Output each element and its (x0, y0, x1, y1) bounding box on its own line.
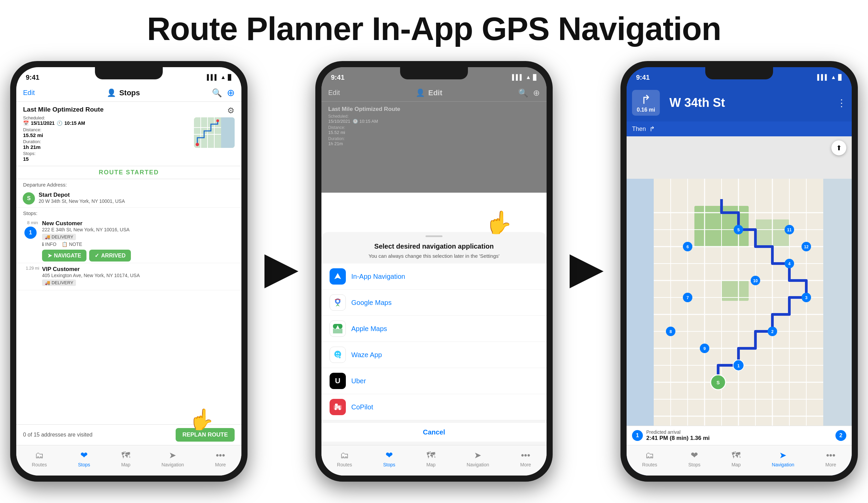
amaps-svg-icon (332, 323, 343, 334)
truck-icon-1: 🚚 (45, 234, 50, 239)
add-icon-1[interactable]: ⊕ (227, 87, 235, 99)
svg-text:2: 2 (771, 329, 774, 334)
tab-navigation-1[interactable]: ➤ Navigation (162, 450, 184, 468)
svg-text:4: 4 (788, 261, 791, 266)
tab-routes-1[interactable]: 🗂 Routes (32, 450, 47, 468)
compass-3: ⬆ (831, 141, 846, 155)
stop2-side: 1.29 mi (23, 266, 42, 271)
signal-icon-3: ▌▌▌ (817, 74, 829, 80)
person-icon-1: 👤 (107, 89, 116, 97)
inapp-label: In-App Navigation (351, 273, 405, 280)
nav-bar-1: Edit 👤 Stops 🔍 ⊕ (16, 84, 241, 102)
phones-row: 9:41 ▌▌▌ ▲ ▊ Edit 👤 Stops 🔍 (0, 61, 868, 482)
status-icons-3: ▌▌▌ ▲ ▊ (817, 74, 842, 81)
route-info-dim-2: Last Mile Optimized Route Scheduled: 15/… (321, 102, 547, 150)
person-icon-2: 👤 (416, 89, 425, 97)
arrived-check-icon-1: ✓ (95, 252, 99, 259)
svg-text:12: 12 (804, 245, 809, 249)
tab-more-label-1: More (215, 462, 226, 468)
modal-title-2: Select desired navigation application (321, 241, 547, 252)
tab-navigation-label-2: Navigation (466, 462, 489, 468)
search-icon-2: 🔍 (518, 88, 528, 98)
search-icon-1[interactable]: 🔍 (212, 88, 222, 98)
svg-text:7: 7 (686, 295, 689, 300)
screen-dimmed-2: 9:41 ▌▌▌ ▲ ▊ Edit 👤 Edit 🔍 (321, 67, 547, 193)
svg-text:8: 8 (670, 329, 672, 334)
then-bar-3: Then ↱ (627, 121, 852, 136)
arrival-time-3: 2:41 PM (8 min) 1.36 mi (646, 435, 832, 442)
navigation-icon-2: ➤ (474, 450, 482, 461)
start-address-1: 20 W 34th St, New York, NY 10001, USA (39, 198, 235, 204)
nav-title-2: Edit (428, 89, 443, 97)
nav-option-uber[interactable]: U Uber (321, 368, 547, 394)
tab-stops-1[interactable]: ❤ Stops (78, 450, 90, 468)
nav-distance-3: 0.16 mi (637, 107, 655, 113)
stop1-address: 222 E 34th St, New York, NY 10016, USA (42, 227, 235, 232)
wifi-icon-1: ▲ (220, 74, 226, 80)
phone-1: 9:41 ▌▌▌ ▲ ▊ Edit 👤 Stops 🔍 (10, 61, 248, 482)
info-icon-1: ℹ (42, 242, 44, 247)
more-icon-1: ••• (216, 450, 225, 461)
bottom-bar-1: 🗂 Routes ❤ Stops 🗺 Map ➤ Navigation (16, 445, 241, 475)
tab-more-2[interactable]: ••• More (520, 450, 531, 468)
nav-option-gmaps[interactable]: Google Maps (321, 290, 547, 316)
tab-map-3[interactable]: 🗺 Map (731, 450, 741, 468)
nav-option-copilot[interactable]: CoPilot (321, 394, 547, 420)
stops-icon-1: ❤ (80, 450, 88, 461)
direction-box-3: ↱ 0.16 mi (632, 90, 660, 116)
gear-icon-1[interactable]: ⚙ (227, 106, 235, 115)
stop1-side: 8 min 1 (23, 220, 42, 239)
scheduled-value-1: 15/11/2021 (31, 120, 54, 126)
nav-option-inapp[interactable]: In-App Navigation (321, 264, 547, 290)
tab-navigation-3[interactable]: ➤ Navigation (772, 450, 794, 468)
tab-map-2[interactable]: 🗺 Map (426, 450, 435, 468)
stop-side-1: S (23, 192, 39, 205)
nav-center-2: 👤 Edit (416, 89, 443, 97)
nav-option-amaps[interactable]: Apple Maps (321, 316, 547, 342)
duration-label-1: Duration: (23, 139, 104, 144)
departure-label-1: Departure Address: (16, 179, 241, 189)
replan-button-1[interactable]: REPLAN ROUTE (176, 428, 235, 442)
arrived-button-1[interactable]: ✓ ARRIVED (89, 250, 131, 261)
cancel-button-2[interactable]: Cancel (321, 423, 547, 442)
scheduled-row-1: 📅 15/11/2021 🕙 10:15 AM (23, 120, 104, 126)
nav-icons-2: 🔍 ⊕ (518, 88, 540, 98)
tab-map-label-1: Map (121, 462, 130, 468)
stop-num-start-3: 1 (632, 430, 643, 441)
start-name-1: Start Depot (39, 192, 235, 198)
tab-map-label-3: Map (731, 462, 741, 468)
tab-map-1[interactable]: 🗺 Map (121, 450, 130, 468)
svg-rect-15 (333, 329, 342, 333)
note-link-1[interactable]: 📋 NOTE (62, 242, 82, 247)
tab-routes-3[interactable]: 🗂 Routes (642, 450, 657, 468)
tab-navigation-2[interactable]: ➤ Navigation (466, 450, 489, 468)
stop1-tag: 🚚 DELIVERY (42, 234, 76, 240)
tab-more-3[interactable]: ••• More (825, 450, 836, 468)
arrival-label-3: Predicted arrival (646, 429, 832, 435)
nav-center-1: 👤 Stops (107, 89, 140, 97)
stop1-item: 8 min 1 New Customer 222 E 34th St, New … (16, 217, 241, 263)
status-time-2: 9:41 (331, 74, 344, 81)
svg-marker-10 (334, 273, 341, 279)
edit-button-1[interactable]: Edit (23, 89, 34, 97)
nav-option-waze[interactable]: Waze App (321, 342, 547, 368)
compass-icon-3: ⬆ (836, 144, 842, 152)
tab-stops-3[interactable]: ❤ Stops (688, 450, 701, 468)
info-link-1[interactable]: ℹ INFO (42, 242, 56, 247)
status-time-1: 9:41 (26, 74, 39, 81)
arrow-shape-2 (570, 254, 603, 288)
amaps-icon (330, 320, 346, 337)
nav-icons-1: 🔍 ⊕ (212, 87, 235, 99)
stop1-tag-text: DELIVERY (52, 234, 73, 239)
more-button-3[interactable]: ⋮ (837, 97, 846, 109)
tab-more-1[interactable]: ••• More (215, 450, 226, 468)
svg-point-20 (339, 357, 341, 359)
tab-stops-2[interactable]: ❤ Stops (383, 450, 395, 468)
dur-dim-2: Duration: (328, 136, 540, 141)
amaps-label: Apple Maps (351, 325, 387, 333)
distance-label-1: Distance: (23, 127, 104, 132)
navigate-button-1[interactable]: ➤ NAVIGATE (42, 250, 86, 261)
tab-routes-2[interactable]: 🗂 Routes (337, 450, 352, 468)
bottom-bar-2: 🗂 Routes ❤ Stops 🗺 Map ➤ Navigation ••• (321, 445, 547, 475)
map-svg-3: S 1 2 3 4 5 6 (627, 136, 852, 475)
